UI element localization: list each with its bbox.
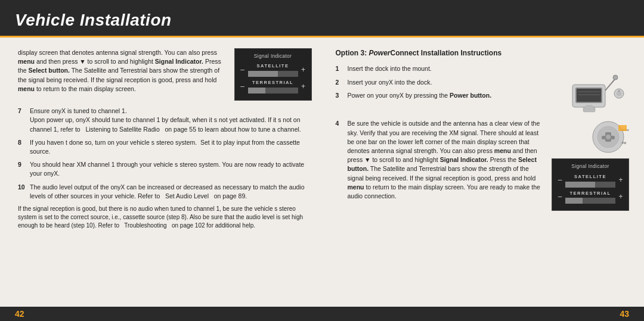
step-7-num: 7 bbox=[18, 107, 26, 134]
satellite-bar-bg-left bbox=[248, 71, 298, 77]
svg-rect-21 bbox=[618, 125, 627, 131]
satellite-bar-fill-right bbox=[565, 182, 595, 188]
page-title: Vehicle Installation bbox=[15, 11, 172, 29]
terrestrial-plus-left: + bbox=[301, 82, 306, 92]
terrestrial-plus-right: + bbox=[618, 192, 624, 202]
terrestrial-label-left: TERRESTRIAL bbox=[248, 80, 298, 86]
step-7: 7 Ensure onyX is tuned to channel 1. Upo… bbox=[18, 107, 312, 134]
terrestrial-minus-right: – bbox=[557, 192, 563, 202]
step-8-text: If you haven t done so, turn on your veh… bbox=[30, 138, 312, 156]
satellite-plus-left: + bbox=[301, 65, 306, 75]
right-steps-list: 1 Insert the dock into the mount. 2 Inse… bbox=[336, 64, 556, 114]
step-10: 10 The audio level output of the onyX ca… bbox=[18, 183, 312, 201]
terrestrial-bar-bg-right bbox=[565, 198, 615, 204]
svg-line-7 bbox=[605, 79, 615, 91]
page-num-right: 43 bbox=[620, 309, 629, 319]
page-num-left: 42 bbox=[15, 309, 24, 319]
satellite-row-right: – SATELLITE + bbox=[557, 174, 624, 188]
step-r4-body: Be sure the vehicle is outside and the a… bbox=[348, 119, 544, 201]
terrestrial-bar-container-left: TERRESTRIAL bbox=[248, 80, 298, 94]
step-r2: 2 Insert your onyX into the dock. bbox=[336, 78, 556, 87]
left-footer-text: If the signal reception is good, but the… bbox=[18, 205, 312, 230]
option3-italic: Power bbox=[369, 49, 391, 57]
step-8-num: 8 bbox=[18, 138, 26, 156]
satellite-minus-right: – bbox=[557, 175, 563, 185]
satellite-bar-bg-right bbox=[565, 182, 615, 188]
option3-rest: Connect Installation Instructions bbox=[391, 49, 502, 57]
page-footer: 42 43 bbox=[0, 307, 644, 321]
terrestrial-row-right: – TERRESTRIAL + bbox=[557, 191, 624, 204]
svg-rect-2 bbox=[577, 89, 601, 102]
step-r2-text: Insert your onyX into the dock. bbox=[348, 78, 432, 87]
remote-svg: remote FM bbox=[587, 119, 629, 155]
step-9: 9 You should hear XM channel 1 through y… bbox=[18, 160, 312, 178]
satellite-row-left: – SATELLITE + bbox=[240, 63, 306, 77]
terrestrial-bar-container-right: TERRESTRIAL bbox=[565, 191, 615, 204]
intro-block: display screen that denotes antenna sign… bbox=[18, 48, 312, 101]
satellite-label-left: SATELLITE bbox=[248, 63, 298, 70]
terrestrial-minus-left: – bbox=[240, 82, 246, 92]
svg-point-8 bbox=[613, 75, 618, 80]
header: Vehicle Installation bbox=[0, 0, 644, 38]
right-bottom-area: 4 Be sure the vehicle is outside and the… bbox=[336, 119, 630, 211]
svg-rect-6 bbox=[586, 105, 593, 108]
right-side-images: remote FM Signal Indicator – SATELLIT bbox=[552, 119, 629, 211]
dock-image bbox=[564, 64, 629, 114]
option3-prefix: Option 3: bbox=[336, 49, 369, 57]
satellite-bar-container-right: SATELLITE bbox=[565, 174, 615, 188]
step-r1-text: Insert the dock into the mount. bbox=[348, 64, 432, 73]
option3-title: Option 3: PowerConnect Installation Inst… bbox=[336, 48, 630, 58]
step-8: 8 If you haven t done so, turn on your v… bbox=[18, 138, 312, 156]
right-top-area: 1 Insert the dock into the mount. 2 Inse… bbox=[336, 64, 630, 114]
svg-point-16 bbox=[606, 135, 611, 139]
signal-indicator-box-right: Signal Indicator – SATELLITE + – bbox=[552, 158, 629, 211]
step-r4-num: 4 bbox=[336, 119, 344, 201]
step-9-num: 9 bbox=[18, 160, 26, 178]
main-content: display screen that denotes antenna sign… bbox=[0, 38, 644, 307]
satellite-minus-left: – bbox=[240, 65, 246, 75]
terrestrial-label-right: TERRESTRIAL bbox=[565, 191, 615, 197]
step-r1: 1 Insert the dock into the mount. bbox=[336, 64, 556, 73]
right-column: Option 3: PowerConnect Installation Inst… bbox=[324, 38, 645, 307]
step-r3-text: Power on your onyX by pressing the Power… bbox=[348, 91, 492, 100]
step-10-num: 10 bbox=[18, 183, 26, 201]
step-r3: 3 Power on your onyX by pressing the Pow… bbox=[336, 91, 556, 100]
step-r1-num: 1 bbox=[336, 64, 344, 73]
terrestrial-bar-fill-right bbox=[565, 198, 583, 204]
terrestrial-row-left: – TERRESTRIAL + bbox=[240, 80, 306, 94]
step-10-text: The audio level output of the onyX can b… bbox=[30, 183, 312, 201]
step-9-text: You should hear XM channel 1 through you… bbox=[30, 160, 312, 178]
intro-text: display screen that denotes antenna sign… bbox=[18, 48, 226, 101]
satellite-bar-container-left: SATELLITE bbox=[248, 63, 298, 77]
left-column: display screen that denotes antenna sign… bbox=[0, 38, 324, 307]
remote-image: remote FM bbox=[587, 119, 629, 155]
signal-box-title-left: Signal Indicator bbox=[240, 52, 306, 60]
svg-point-10 bbox=[617, 91, 621, 96]
signal-indicator-box-left: Signal Indicator – SATELLITE + – TERREST… bbox=[234, 48, 312, 101]
step-r4: 4 Be sure the vehicle is outside and the… bbox=[336, 119, 544, 201]
terrestrial-bar-fill-left bbox=[248, 88, 265, 94]
terrestrial-bar-bg-left bbox=[248, 88, 298, 94]
satellite-label-right: SATELLITE bbox=[565, 174, 615, 180]
step4-text: 4 Be sure the vehicle is outside and the… bbox=[336, 119, 544, 211]
dock-svg bbox=[566, 67, 626, 114]
signal-box-title-right: Signal Indicator bbox=[557, 163, 624, 170]
satellite-bar-fill-left bbox=[248, 71, 278, 77]
satellite-plus-right: + bbox=[618, 175, 624, 185]
step-7-text: Ensure onyX is tuned to channel 1. Upon … bbox=[30, 107, 312, 134]
step-r2-num: 2 bbox=[336, 78, 344, 87]
step-r3-num: 3 bbox=[336, 91, 344, 100]
